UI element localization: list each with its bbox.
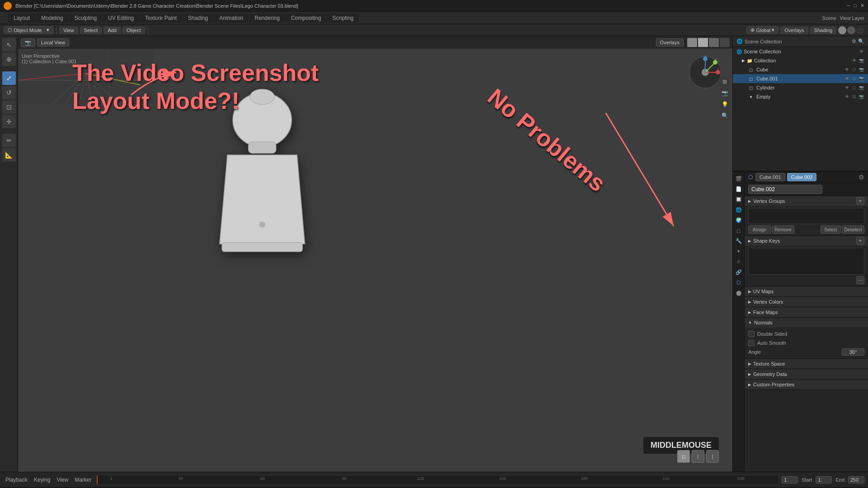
outliner-item-collection[interactable]: ▶ 📁 Collection 👁 📷 [733,56,868,65]
texture-space-header[interactable]: ▶ Texture Space [745,359,868,369]
workspace-tab-shading[interactable]: Shading [183,14,213,23]
light-toggle[interactable]: 💡 [720,99,730,109]
object-props-icon[interactable]: ◻ [734,225,744,235]
overlays-toggle[interactable]: Overlays [656,38,684,47]
modifier-props-icon[interactable]: 🔧 [734,236,744,246]
grid-toggle[interactable]: ⊞ [720,77,730,87]
collection-render-icon[interactable]: 📷 [858,57,864,64]
vertex-groups-header[interactable]: ▶ Vertex Groups + [745,196,868,206]
render-props-icon[interactable]: 🎬 [734,174,744,183]
vg-select-btn[interactable]: Select [821,225,841,234]
constraints-props-icon[interactable]: 🔗 [734,267,744,277]
workspace-tab-rendering[interactable]: Rendering [249,14,285,23]
world-props-icon[interactable]: 🌍 [734,215,744,225]
auto-smooth-checkbox[interactable] [748,340,755,346]
angle-input[interactable] [842,348,864,356]
physics-props-icon[interactable]: ⚛ [734,257,744,267]
empty-view-icon[interactable]: 👁 [844,94,850,100]
cylinder-render-icon[interactable]: 📷 [858,84,864,91]
cube-render-icon[interactable]: 📷 [858,66,864,73]
workspace-tab-scripting[interactable]: Scripting [327,14,359,23]
material-props-icon[interactable]: ⬤ [734,288,744,298]
workspace-tab-modeling[interactable]: Modeling [36,14,69,23]
start-frame-input[interactable] [816,476,832,483]
cursor-tool[interactable]: ⊕ [2,52,16,66]
nav-gizmo[interactable]: X Y Z [687,54,723,90]
annotate-tool[interactable]: ✏ [2,134,16,147]
vertex-colors-header[interactable]: ▶ Vertex Colors [745,297,868,307]
current-frame-input[interactable] [782,476,798,483]
render-shading-btn[interactable] [856,26,864,34]
select-box-tool[interactable]: ↖ [2,38,16,52]
solid-btn[interactable] [698,38,708,47]
output-props-icon[interactable]: 📄 [734,184,744,194]
close-btn[interactable]: ✕ [860,3,864,9]
outliner-item-empty[interactable]: ✦ Empty 👁 ⊡ 📷 [733,92,868,101]
vg-remove-btn[interactable]: Remove [772,225,794,234]
camera-toggle[interactable]: 📷 [720,88,730,98]
viewpoint-label[interactable]: Local View [37,38,69,47]
data-props-icon[interactable]: ⬡ [734,277,744,287]
restrict-render-icon[interactable]: 👁 [858,48,864,55]
scene-props-icon[interactable]: 🌐 [734,205,744,215]
uv-maps-header[interactable]: ▶ UV Maps [745,286,868,296]
vg-add-btn[interactable]: + [856,197,864,205]
keying-menu[interactable]: Keying [32,476,52,484]
cube-view-icon[interactable]: 👁 [844,66,850,73]
workspace-tab-compositing[interactable]: Compositing [286,14,327,23]
mesh-tab-cube001[interactable]: Cube.001 [755,173,785,181]
marker-menu[interactable]: Marker [73,476,93,484]
sk-more-btn[interactable]: ··· [856,276,864,284]
cylinder-restrict-icon[interactable]: ⬡ [851,84,857,91]
workspace-tab-animation[interactable]: Animation [214,14,249,23]
normals-header[interactable]: ▼ Normals [745,318,868,328]
scale-tool[interactable]: ⊡ [2,100,16,114]
cylinder-view-icon[interactable]: 👁 [844,84,850,91]
collection-expand-arrow[interactable]: ▶ [742,58,745,63]
move-tool[interactable]: ⤢ [2,71,16,85]
cube001-view-icon[interactable]: 👁 [844,75,850,82]
material-shading-btn[interactable] [847,26,855,34]
outliner-item-scene-collection[interactable]: 🌐 Scene Collection 👁 [733,47,868,56]
vg-assign-btn[interactable]: Assign [748,225,771,234]
mesh-name-input[interactable] [748,185,822,194]
solid-shading-btn[interactable] [838,26,846,34]
empty-render-icon[interactable]: 📷 [858,94,864,100]
timeline-scrubber[interactable]: 1 30 60 90 120 150 180 210 240 [96,475,779,485]
workspace-tab-texture[interactable]: Texture Paint [140,14,182,23]
outliner-search-icon[interactable]: 🔍 [858,38,864,44]
viewport[interactable]: 📷 Local View Overlays User Perspective (… [18,36,732,472]
playback-menu[interactable]: Playback [4,476,29,484]
search-icon[interactable]: 🔍 [720,111,730,121]
minimize-btn[interactable]: ─ [847,3,850,9]
geometry-data-header[interactable]: ▶ Geometry Data [745,369,868,379]
select-menu[interactable]: Select [80,27,102,34]
outliner-item-cube001[interactable]: ◻ Cube.001 👁 ⬡ 📷 [733,74,868,83]
camera-perspective-btn[interactable]: 📷 [21,38,35,47]
shading-btn[interactable]: Shading [810,27,836,34]
lkd-material-btn[interactable] [709,38,719,47]
cube001-render-icon[interactable]: 📷 [858,75,864,82]
rotate-tool[interactable]: ↺ [2,86,16,99]
object-mode-selector[interactable]: ⬡ Object Mode ▾ [4,26,53,34]
face-maps-header[interactable]: ▶ Face Maps [745,307,868,317]
timeline-view-menu[interactable]: View [55,476,70,484]
transform-tool[interactable]: ✛ [2,115,16,128]
view-layer-props-icon[interactable]: 🔲 [734,194,744,204]
view-menu[interactable]: View [59,27,78,34]
mesh-tab-cube002[interactable]: Cube.002 [787,173,817,181]
measure-tool[interactable]: 📐 [2,148,16,162]
outliner-item-cylinder[interactable]: ◻ Cylinder 👁 ⬡ 📷 [733,83,868,92]
double-sided-checkbox[interactable] [748,331,755,337]
outliner-filter-icon[interactable]: ⚙ [852,38,856,44]
workspace-tab-uv[interactable]: UV Editing [103,14,139,23]
object-menu[interactable]: Object [123,27,145,34]
empty-restrict-icon[interactable]: ⊡ [851,94,857,100]
workspace-tab-sculpting[interactable]: Sculpting [69,14,102,23]
cube001-restrict-icon[interactable]: ⬡ [851,75,857,82]
end-frame-input[interactable] [848,476,864,483]
sk-add-btn[interactable]: + [856,237,864,245]
wireframe-btn[interactable] [687,38,697,47]
transform-selector[interactable]: ⊕ Global ▾ [746,26,778,34]
particles-props-icon[interactable]: ✦ [734,246,744,256]
